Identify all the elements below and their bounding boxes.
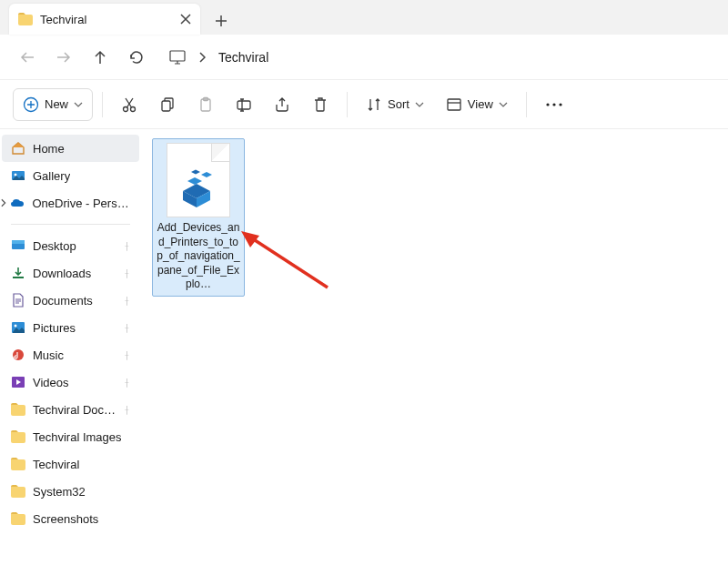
- svg-point-2: [124, 106, 128, 111]
- svg-rect-7: [238, 101, 250, 109]
- share-button[interactable]: [265, 88, 299, 121]
- arrow-right-icon: [56, 49, 72, 66]
- plus-icon: [215, 15, 228, 27]
- svg-line-27: [252, 238, 328, 288]
- file-thumbnail: [167, 143, 230, 217]
- up-button[interactable]: [91, 48, 109, 66]
- sidebar-label: Pictures: [33, 321, 76, 335]
- onedrive-icon: [10, 196, 25, 210]
- tab-title: Techviral: [40, 13, 173, 26]
- share-icon: [274, 96, 290, 113]
- view-button[interactable]: View: [437, 88, 517, 121]
- sidebar-item-downloads[interactable]: Downloads ⟊: [2, 259, 139, 287]
- sidebar-label: Screenshots: [33, 512, 98, 526]
- sidebar-item-desktop[interactable]: Desktop ⟊: [2, 232, 139, 259]
- paste-icon: [197, 96, 214, 113]
- svg-rect-0: [170, 51, 185, 61]
- breadcrumb-current: Techviral: [218, 50, 268, 65]
- more-button[interactable]: [536, 88, 572, 121]
- sidebar-item-folder[interactable]: Screenshots: [2, 505, 139, 532]
- folder-icon: [11, 402, 25, 417]
- copy-button[interactable]: [150, 88, 185, 121]
- sidebar-label: Documents: [33, 294, 93, 308]
- annotation-arrow: [241, 231, 332, 295]
- back-button[interactable]: [18, 48, 36, 66]
- pin-icon: ⟊: [124, 377, 130, 388]
- chevron-down-icon: [415, 100, 424, 109]
- pin-icon: ⟊: [124, 404, 130, 415]
- plus-circle-icon: [23, 96, 39, 113]
- sidebar-label: Gallery: [33, 169, 70, 183]
- svg-point-10: [552, 103, 555, 106]
- svg-point-19: [13, 349, 24, 360]
- svg-point-9: [546, 103, 549, 106]
- sidebar-label: Techviral Docum: [33, 403, 116, 417]
- main-pane[interactable]: Add_Devices_and_Printers_to_top_of_navig…: [141, 129, 728, 565]
- downloads-icon: [11, 266, 25, 280]
- home-icon: [11, 141, 25, 156]
- sidebar-label: System32: [33, 485, 86, 499]
- sidebar-item-documents[interactable]: Documents ⟊: [2, 287, 139, 314]
- sidebar-item-folder[interactable]: System32: [2, 478, 139, 505]
- tab-bar: Techviral: [0, 0, 728, 35]
- separator: [526, 92, 527, 117]
- close-icon[interactable]: [180, 14, 191, 25]
- folder-icon: [11, 511, 25, 526]
- file-item[interactable]: Add_Devices_and_Printers_to_top_of_navig…: [152, 138, 245, 297]
- pictures-icon: [11, 320, 25, 335]
- registry-icon: [175, 166, 220, 211]
- desktop-icon: [11, 238, 25, 253]
- pin-icon: ⟊: [124, 322, 130, 333]
- nav-bar: Techviral: [0, 35, 728, 80]
- music-icon: [11, 348, 25, 362]
- svg-rect-16: [13, 277, 24, 278]
- new-tab-button[interactable]: [207, 7, 235, 35]
- folder-icon: [18, 13, 33, 25]
- sidebar-item-folder[interactable]: Techviral: [2, 450, 139, 478]
- sort-button[interactable]: Sort: [357, 88, 433, 121]
- sidebar-label: Techviral: [33, 458, 79, 471]
- sidebar-home[interactable]: Home: [2, 135, 139, 162]
- sidebar-item-music[interactable]: Music ⟊: [2, 341, 139, 368]
- file-name: Add_Devices_and_Printers_to_top_of_navig…: [157, 221, 240, 292]
- svg-point-11: [559, 103, 561, 106]
- svg-marker-26: [191, 170, 200, 175]
- forward-button[interactable]: [55, 48, 73, 66]
- toolbar: New Sort View: [0, 80, 728, 129]
- sidebar-item-folder[interactable]: Techviral Docum ⟊: [2, 396, 139, 423]
- delete-button[interactable]: [303, 88, 338, 121]
- address-bar[interactable]: Techviral: [164, 50, 710, 65]
- sidebar-item-videos[interactable]: Videos ⟊: [2, 368, 139, 396]
- sidebar-label: Videos: [33, 376, 69, 389]
- cut-button[interactable]: [112, 88, 147, 121]
- svg-rect-15: [12, 240, 25, 244]
- svg-marker-24: [187, 177, 202, 185]
- sidebar-gallery[interactable]: Gallery: [2, 162, 139, 189]
- separator: [102, 92, 103, 117]
- sort-label: Sort: [388, 97, 410, 111]
- svg-rect-4: [162, 101, 170, 111]
- sidebar-item-pictures[interactable]: Pictures ⟊: [2, 314, 139, 341]
- sidebar-item-folder[interactable]: Techviral Images: [2, 423, 139, 450]
- refresh-button[interactable]: [127, 48, 146, 66]
- gallery-icon: [11, 168, 25, 183]
- rename-icon: [236, 96, 252, 113]
- sidebar: Home Gallery OneDrive - Persona Desktop …: [0, 129, 141, 565]
- content-area: Home Gallery OneDrive - Persona Desktop …: [0, 129, 728, 565]
- tab-techviral[interactable]: Techviral: [9, 4, 200, 35]
- more-icon: [545, 102, 563, 107]
- pin-icon: ⟊: [124, 267, 130, 278]
- sidebar-label: Desktop: [33, 239, 76, 253]
- rename-button[interactable]: [227, 88, 261, 121]
- sidebar-onedrive[interactable]: OneDrive - Persona: [0, 189, 139, 217]
- separator: [347, 92, 348, 117]
- copy-icon: [159, 96, 176, 113]
- new-label: New: [45, 97, 68, 111]
- svg-point-18: [15, 325, 17, 328]
- new-button[interactable]: New: [13, 88, 93, 121]
- sidebar-label: Techviral Images: [33, 430, 122, 444]
- refresh-icon: [128, 49, 145, 66]
- paste-button[interactable]: [188, 88, 223, 121]
- cut-icon: [121, 96, 137, 113]
- pin-icon: ⟊: [124, 349, 130, 360]
